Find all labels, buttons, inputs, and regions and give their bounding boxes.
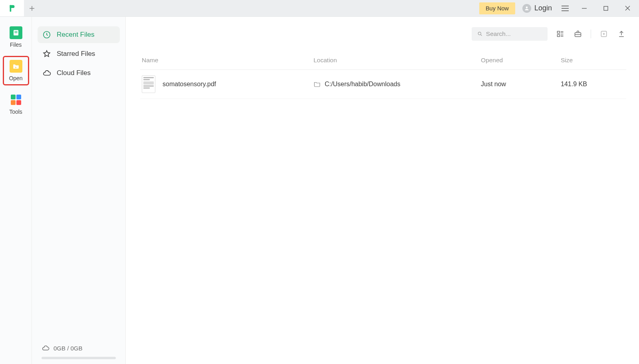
svg-rect-17 [558,31,560,33]
titlebar: Buy Now Login [0,0,639,17]
new-tab-button[interactable] [24,0,40,16]
view-list-button[interactable] [556,29,565,39]
column-header-location: Location [314,57,481,64]
file-table: Name Location Opened Size somatosensory.… [140,51,626,99]
add-file-button[interactable] [599,29,609,39]
window-close[interactable] [619,0,636,16]
cloud-icon [42,69,51,77]
table-row[interactable]: somatosensory.pdf C:/Users/habib/Downloa… [140,70,626,99]
clock-icon [42,30,51,39]
login-button[interactable]: Login [520,4,554,13]
top-toolbar [140,27,626,41]
file-location: C:/Users/habib/Downloads [325,81,400,88]
tools-icon [10,93,22,106]
minimize-icon [581,6,587,11]
storage-text: 0GB / 0GB [54,345,83,352]
window-maximize[interactable] [597,0,614,16]
folder-icon [314,81,321,88]
rail-item-tools[interactable]: Tools [4,90,28,118]
hamburger-icon [562,6,569,11]
rail-files-label: Files [10,42,22,48]
upload-button[interactable] [617,29,626,39]
close-icon [625,6,630,11]
svg-point-15 [478,32,481,35]
list-view-icon [556,30,564,38]
svg-rect-13 [14,32,18,33]
avatar-icon [522,4,531,13]
sidebar-item-starred[interactable]: Starred Files [38,46,120,62]
star-icon [42,49,51,58]
main-panel: Name Location Opened Size somatosensory.… [126,17,639,364]
sidebar-recent-label: Recent Files [57,31,94,39]
svg-rect-0 [10,5,12,12]
open-folder-icon [10,60,22,73]
rail-item-files[interactable]: Files [4,23,28,51]
svg-rect-18 [558,35,560,37]
sidebar-item-cloud[interactable]: Cloud Files [38,65,120,81]
maximize-icon [603,6,608,11]
svg-point-3 [526,6,528,8]
search-field[interactable] [472,27,548,41]
storage-indicator: 0GB / 0GB [38,342,120,354]
search-icon [477,31,483,37]
pdf-thumbnail-icon [142,75,155,93]
login-label: Login [534,4,552,12]
rail-item-open[interactable]: Open [4,57,28,85]
storage-bar [42,357,116,359]
menu-button[interactable] [559,0,571,16]
buy-now-button[interactable]: Buy Now [479,2,515,14]
sidebar-cloud-label: Cloud Files [57,69,91,77]
column-header-size: Size [561,57,625,64]
sidebar-starred-label: Starred Files [57,50,95,58]
rail-tools-label: Tools [9,109,22,115]
app-logo-tab[interactable] [0,0,24,16]
rail-open-label: Open [9,75,22,81]
toolbox-icon [574,30,582,38]
toolbar-separator [591,30,591,38]
table-header: Name Location Opened Size [140,51,626,70]
left-rail: Files Open Tools [0,17,32,364]
column-header-opened: Opened [481,57,561,64]
svg-line-16 [481,35,482,36]
files-icon [10,26,22,39]
toolbox-button[interactable] [573,29,583,39]
column-header-name: Name [142,57,314,64]
app-logo-icon [8,4,16,13]
file-size: 141.9 KB [561,81,625,88]
sidebar-item-recent[interactable]: Recent Files [38,26,120,43]
svg-rect-12 [14,31,18,32]
plus-icon [29,5,35,12]
file-opened: Just now [481,81,561,88]
add-file-icon [600,30,608,38]
svg-rect-8 [604,6,608,10]
sidebar: Recent Files Starred Files Cloud Files 0… [32,17,126,364]
upload-icon [617,30,625,38]
cloud-icon [42,344,50,352]
window-minimize[interactable] [576,0,593,16]
file-name: somatosensory.pdf [163,81,216,88]
search-input[interactable] [486,30,542,38]
